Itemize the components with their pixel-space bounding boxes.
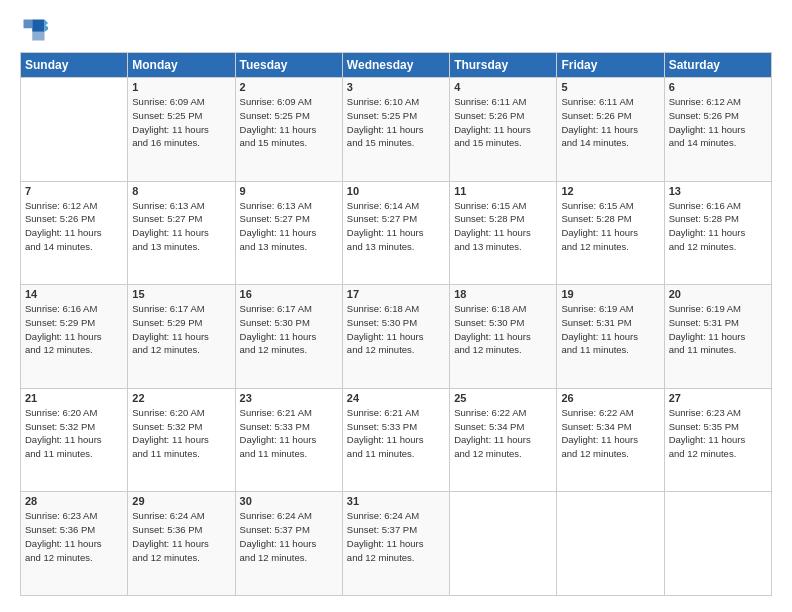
svg-marker-0 — [32, 20, 44, 32]
header — [20, 16, 772, 44]
header-day: Friday — [557, 53, 664, 78]
header-day: Tuesday — [235, 53, 342, 78]
calendar-cell: 25Sunrise: 6:22 AM Sunset: 5:34 PM Dayli… — [450, 388, 557, 492]
day-number: 3 — [347, 81, 445, 93]
day-detail: Sunrise: 6:12 AM Sunset: 5:26 PM Dayligh… — [669, 95, 767, 150]
day-number: 15 — [132, 288, 230, 300]
calendar-cell: 1Sunrise: 6:09 AM Sunset: 5:25 PM Daylig… — [128, 78, 235, 182]
day-number: 13 — [669, 185, 767, 197]
calendar-cell: 27Sunrise: 6:23 AM Sunset: 5:35 PM Dayli… — [664, 388, 771, 492]
day-detail: Sunrise: 6:24 AM Sunset: 5:37 PM Dayligh… — [240, 509, 338, 564]
calendar-cell: 26Sunrise: 6:22 AM Sunset: 5:34 PM Dayli… — [557, 388, 664, 492]
day-number: 10 — [347, 185, 445, 197]
calendar-cell: 13Sunrise: 6:16 AM Sunset: 5:28 PM Dayli… — [664, 181, 771, 285]
day-detail: Sunrise: 6:11 AM Sunset: 5:26 PM Dayligh… — [454, 95, 552, 150]
calendar-cell: 17Sunrise: 6:18 AM Sunset: 5:30 PM Dayli… — [342, 285, 449, 389]
day-detail: Sunrise: 6:13 AM Sunset: 5:27 PM Dayligh… — [132, 199, 230, 254]
day-number: 27 — [669, 392, 767, 404]
day-number: 9 — [240, 185, 338, 197]
week-row: 7Sunrise: 6:12 AM Sunset: 5:26 PM Daylig… — [21, 181, 772, 285]
calendar-cell: 28Sunrise: 6:23 AM Sunset: 5:36 PM Dayli… — [21, 492, 128, 596]
day-detail: Sunrise: 6:16 AM Sunset: 5:28 PM Dayligh… — [669, 199, 767, 254]
calendar-cell: 3Sunrise: 6:10 AM Sunset: 5:25 PM Daylig… — [342, 78, 449, 182]
calendar-cell: 21Sunrise: 6:20 AM Sunset: 5:32 PM Dayli… — [21, 388, 128, 492]
day-number: 11 — [454, 185, 552, 197]
header-day: Thursday — [450, 53, 557, 78]
calendar-cell — [557, 492, 664, 596]
day-detail: Sunrise: 6:18 AM Sunset: 5:30 PM Dayligh… — [454, 302, 552, 357]
day-number: 7 — [25, 185, 123, 197]
day-detail: Sunrise: 6:15 AM Sunset: 5:28 PM Dayligh… — [561, 199, 659, 254]
day-detail: Sunrise: 6:15 AM Sunset: 5:28 PM Dayligh… — [454, 199, 552, 254]
day-number: 24 — [347, 392, 445, 404]
calendar-cell: 7Sunrise: 6:12 AM Sunset: 5:26 PM Daylig… — [21, 181, 128, 285]
day-detail: Sunrise: 6:17 AM Sunset: 5:30 PM Dayligh… — [240, 302, 338, 357]
day-detail: Sunrise: 6:17 AM Sunset: 5:29 PM Dayligh… — [132, 302, 230, 357]
calendar-cell: 23Sunrise: 6:21 AM Sunset: 5:33 PM Dayli… — [235, 388, 342, 492]
header-day: Saturday — [664, 53, 771, 78]
calendar-cell: 20Sunrise: 6:19 AM Sunset: 5:31 PM Dayli… — [664, 285, 771, 389]
day-number: 2 — [240, 81, 338, 93]
calendar-cell: 12Sunrise: 6:15 AM Sunset: 5:28 PM Dayli… — [557, 181, 664, 285]
day-number: 18 — [454, 288, 552, 300]
day-number: 25 — [454, 392, 552, 404]
svg-marker-2 — [24, 20, 33, 29]
calendar-cell: 24Sunrise: 6:21 AM Sunset: 5:33 PM Dayli… — [342, 388, 449, 492]
header-day: Sunday — [21, 53, 128, 78]
day-number: 19 — [561, 288, 659, 300]
day-number: 22 — [132, 392, 230, 404]
day-detail: Sunrise: 6:09 AM Sunset: 5:25 PM Dayligh… — [132, 95, 230, 150]
calendar-cell — [450, 492, 557, 596]
day-detail: Sunrise: 6:13 AM Sunset: 5:27 PM Dayligh… — [240, 199, 338, 254]
header-day: Monday — [128, 53, 235, 78]
week-row: 28Sunrise: 6:23 AM Sunset: 5:36 PM Dayli… — [21, 492, 772, 596]
logo — [20, 16, 52, 44]
calendar-cell: 31Sunrise: 6:24 AM Sunset: 5:37 PM Dayli… — [342, 492, 449, 596]
svg-marker-1 — [32, 32, 44, 41]
day-number: 31 — [347, 495, 445, 507]
day-number: 1 — [132, 81, 230, 93]
day-number: 21 — [25, 392, 123, 404]
day-detail: Sunrise: 6:11 AM Sunset: 5:26 PM Dayligh… — [561, 95, 659, 150]
calendar-cell: 14Sunrise: 6:16 AM Sunset: 5:29 PM Dayli… — [21, 285, 128, 389]
day-detail: Sunrise: 6:14 AM Sunset: 5:27 PM Dayligh… — [347, 199, 445, 254]
calendar-cell: 9Sunrise: 6:13 AM Sunset: 5:27 PM Daylig… — [235, 181, 342, 285]
day-number: 17 — [347, 288, 445, 300]
day-detail: Sunrise: 6:12 AM Sunset: 5:26 PM Dayligh… — [25, 199, 123, 254]
day-number: 12 — [561, 185, 659, 197]
calendar-cell: 8Sunrise: 6:13 AM Sunset: 5:27 PM Daylig… — [128, 181, 235, 285]
day-number: 5 — [561, 81, 659, 93]
day-number: 16 — [240, 288, 338, 300]
calendar-cell — [664, 492, 771, 596]
calendar-cell: 29Sunrise: 6:24 AM Sunset: 5:36 PM Dayli… — [128, 492, 235, 596]
calendar-cell: 22Sunrise: 6:20 AM Sunset: 5:32 PM Dayli… — [128, 388, 235, 492]
calendar-cell: 4Sunrise: 6:11 AM Sunset: 5:26 PM Daylig… — [450, 78, 557, 182]
calendar-cell: 5Sunrise: 6:11 AM Sunset: 5:26 PM Daylig… — [557, 78, 664, 182]
calendar-cell: 11Sunrise: 6:15 AM Sunset: 5:28 PM Dayli… — [450, 181, 557, 285]
day-number: 26 — [561, 392, 659, 404]
week-row: 1Sunrise: 6:09 AM Sunset: 5:25 PM Daylig… — [21, 78, 772, 182]
day-detail: Sunrise: 6:16 AM Sunset: 5:29 PM Dayligh… — [25, 302, 123, 357]
day-detail: Sunrise: 6:20 AM Sunset: 5:32 PM Dayligh… — [25, 406, 123, 461]
day-detail: Sunrise: 6:21 AM Sunset: 5:33 PM Dayligh… — [347, 406, 445, 461]
day-detail: Sunrise: 6:22 AM Sunset: 5:34 PM Dayligh… — [561, 406, 659, 461]
calendar-cell: 10Sunrise: 6:14 AM Sunset: 5:27 PM Dayli… — [342, 181, 449, 285]
day-number: 6 — [669, 81, 767, 93]
day-number: 29 — [132, 495, 230, 507]
day-detail: Sunrise: 6:22 AM Sunset: 5:34 PM Dayligh… — [454, 406, 552, 461]
week-row: 14Sunrise: 6:16 AM Sunset: 5:29 PM Dayli… — [21, 285, 772, 389]
day-detail: Sunrise: 6:09 AM Sunset: 5:25 PM Dayligh… — [240, 95, 338, 150]
day-number: 4 — [454, 81, 552, 93]
header-row: SundayMondayTuesdayWednesdayThursdayFrid… — [21, 53, 772, 78]
day-detail: Sunrise: 6:23 AM Sunset: 5:35 PM Dayligh… — [669, 406, 767, 461]
day-number: 20 — [669, 288, 767, 300]
day-detail: Sunrise: 6:24 AM Sunset: 5:37 PM Dayligh… — [347, 509, 445, 564]
day-number: 8 — [132, 185, 230, 197]
day-number: 28 — [25, 495, 123, 507]
calendar-cell: 2Sunrise: 6:09 AM Sunset: 5:25 PM Daylig… — [235, 78, 342, 182]
calendar-table: SundayMondayTuesdayWednesdayThursdayFrid… — [20, 52, 772, 596]
calendar-cell: 30Sunrise: 6:24 AM Sunset: 5:37 PM Dayli… — [235, 492, 342, 596]
page: SundayMondayTuesdayWednesdayThursdayFrid… — [0, 0, 792, 612]
week-row: 21Sunrise: 6:20 AM Sunset: 5:32 PM Dayli… — [21, 388, 772, 492]
calendar-cell: 15Sunrise: 6:17 AM Sunset: 5:29 PM Dayli… — [128, 285, 235, 389]
